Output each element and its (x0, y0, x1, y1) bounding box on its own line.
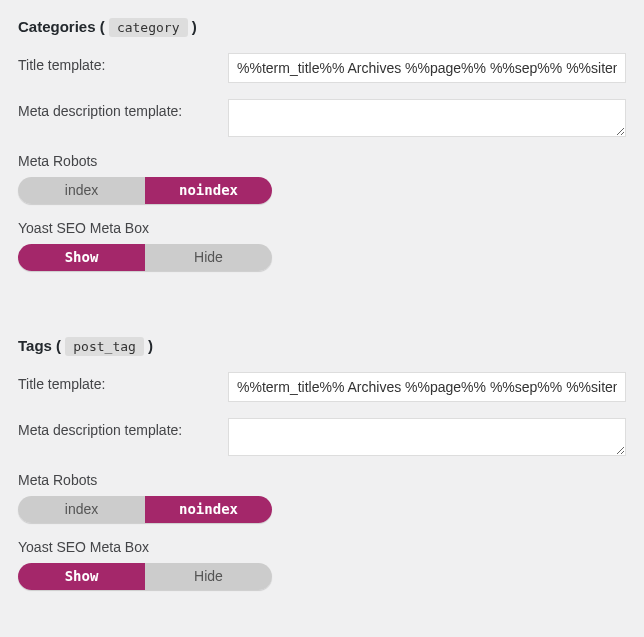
yoast-metabox-toggle-option[interactable]: Show (18, 563, 145, 590)
yoast-metabox-toggle-option[interactable]: Hide (145, 563, 272, 590)
meta-description-label: Meta description template: (18, 418, 228, 438)
title-template-input[interactable] (228, 372, 626, 402)
meta-robots-label: Meta Robots (18, 153, 626, 169)
yoast-metabox-label: Yoast SEO Meta Box (18, 539, 626, 555)
meta-robots-toggle-option[interactable]: noindex (145, 496, 272, 523)
yoast-metabox-toggle: ShowHide (18, 244, 272, 271)
title-template-input[interactable] (228, 53, 626, 83)
meta-robots-toggle-option[interactable]: noindex (145, 177, 272, 204)
meta-description-input[interactable] (228, 418, 626, 456)
section-heading: Categories ( category ) (18, 18, 626, 35)
yoast-metabox-toggle-option[interactable]: Show (18, 244, 145, 271)
yoast-metabox-label: Yoast SEO Meta Box (18, 220, 626, 236)
yoast-metabox-toggle: ShowHide (18, 563, 272, 590)
meta-description-input[interactable] (228, 99, 626, 137)
heading-code: post_tag (65, 337, 144, 356)
meta-robots-toggle: indexnoindex (18, 496, 272, 523)
section-heading: Tags ( post_tag ) (18, 337, 626, 354)
meta-robots-label: Meta Robots (18, 472, 626, 488)
section-tags: Tags ( post_tag )Title template:Meta des… (18, 337, 626, 606)
title-template-label: Title template: (18, 53, 228, 73)
heading-text: Tags (18, 337, 52, 354)
title-template-label: Title template: (18, 372, 228, 392)
heading-code: category (109, 18, 188, 37)
meta-robots-toggle: indexnoindex (18, 177, 272, 204)
meta-robots-toggle-option[interactable]: index (18, 177, 145, 204)
section-categories: Categories ( category )Title template:Me… (18, 18, 626, 287)
yoast-metabox-toggle-option[interactable]: Hide (145, 244, 272, 271)
heading-text: Categories (18, 18, 96, 35)
meta-description-label: Meta description template: (18, 99, 228, 119)
meta-robots-toggle-option[interactable]: index (18, 496, 145, 523)
